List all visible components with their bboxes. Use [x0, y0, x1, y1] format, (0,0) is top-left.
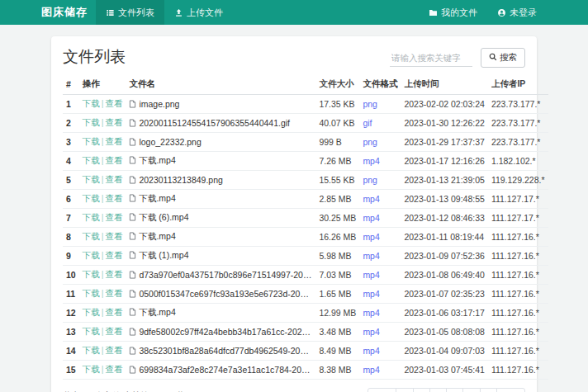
file-icon	[129, 213, 136, 221]
view-link[interactable]: 查看	[105, 345, 122, 355]
file-format-link[interactable]: mp4	[363, 365, 379, 375]
view-link[interactable]: 查看	[105, 250, 122, 260]
download-link[interactable]: 下载	[83, 231, 100, 241]
view-link[interactable]: 查看	[105, 326, 122, 336]
file-format-link[interactable]: mp4	[363, 327, 379, 337]
download-link[interactable]: 下载	[83, 288, 100, 298]
pagination-page-2[interactable]: 2	[429, 388, 447, 392]
view-link[interactable]: 查看	[105, 117, 122, 127]
header-upload-time: 上传时间	[401, 74, 488, 95]
view-link[interactable]: 查看	[105, 364, 122, 374]
action-separator: |	[102, 269, 104, 279]
view-link[interactable]: 查看	[105, 307, 122, 317]
nav-item-login-status[interactable]: 未登录	[487, 0, 547, 25]
upload-time: 2023-01-13 21:39:05	[401, 171, 488, 190]
file-format-link[interactable]: png	[363, 175, 377, 185]
pagination-last[interactable]: 尾页	[496, 388, 525, 392]
download-link[interactable]: 下载	[83, 269, 100, 279]
download-link[interactable]: 下载	[83, 326, 100, 336]
view-link[interactable]: 查看	[105, 174, 122, 184]
file-format-link[interactable]: mp4	[363, 346, 379, 356]
nav-item-file-list[interactable]: 文件列表	[96, 0, 164, 25]
upload-time: 2023-01-03 07:45:41	[401, 361, 488, 380]
search-input[interactable]	[390, 50, 472, 67]
header-actions: 操作	[79, 74, 126, 95]
file-icon	[129, 271, 136, 279]
download-link[interactable]: 下载	[83, 155, 100, 165]
user-icon	[497, 8, 506, 17]
file-format-link[interactable]: png	[363, 137, 377, 147]
file-size: 2.85 MB	[315, 190, 359, 209]
file-icon	[129, 366, 136, 374]
upload-time: 2023-01-13 09:48:55	[401, 190, 488, 209]
view-link[interactable]: 查看	[105, 269, 122, 279]
download-link[interactable]: 下载	[83, 98, 100, 108]
action-separator: |	[102, 307, 104, 317]
download-link[interactable]: 下载	[83, 364, 100, 374]
file-format-link[interactable]: mp4	[363, 156, 379, 166]
view-link[interactable]: 查看	[105, 288, 122, 298]
file-format-link[interactable]: mp4	[363, 308, 379, 318]
page-title: 文件列表	[63, 46, 126, 68]
file-format-link[interactable]: mp4	[363, 270, 379, 280]
file-size: 8.49 MB	[315, 342, 359, 361]
upload-time: 2023-01-17 12:16:26	[401, 152, 488, 171]
pagination-first[interactable]: 首页	[368, 388, 396, 392]
pagination-page-1[interactable]: 1	[413, 388, 430, 392]
download-link[interactable]: 下载	[83, 136, 100, 146]
download-link[interactable]: 下载	[83, 212, 100, 222]
file-format-link[interactable]: mp4	[363, 251, 379, 261]
header-filesize: 文件大小	[315, 74, 359, 95]
uploader-ip: 111.127.16.*	[488, 304, 548, 323]
file-format-link[interactable]: gif	[363, 118, 372, 128]
row-actions: 下载|查看	[79, 342, 126, 361]
view-link[interactable]: 查看	[105, 212, 122, 222]
header-uploader-ip: 上传者IP	[488, 74, 548, 95]
upload-time: 2023-01-29 17:37:37	[401, 133, 488, 152]
view-link[interactable]: 查看	[105, 231, 122, 241]
row-index: 6	[63, 190, 79, 209]
view-link[interactable]: 查看	[105, 193, 122, 203]
pagination-prev[interactable]: «	[396, 388, 413, 392]
view-link[interactable]: 查看	[105, 155, 122, 165]
download-link[interactable]: 下载	[83, 174, 100, 184]
download-link[interactable]: 下载	[83, 307, 100, 317]
file-name: 下载 (6).mp4	[139, 212, 188, 222]
file-format-link[interactable]: mp4	[363, 289, 379, 299]
view-link[interactable]: 查看	[105, 98, 122, 108]
download-link[interactable]: 下载	[83, 250, 100, 260]
file-size: 1.65 MB	[315, 285, 359, 304]
row-index: 7	[63, 209, 79, 228]
download-link[interactable]: 下载	[83, 117, 100, 127]
file-format-link[interactable]: mp4	[363, 194, 379, 204]
row-actions: 下载|查看	[79, 247, 126, 266]
nav-item-my-files[interactable]: 我的文件	[419, 0, 487, 25]
download-link[interactable]: 下载	[83, 345, 100, 355]
file-size: 8.38 MB	[315, 361, 359, 380]
view-link[interactable]: 查看	[105, 136, 122, 146]
file-name: logo_22332.png	[139, 137, 201, 147]
uploader-ip: 111.127.16.*	[488, 342, 548, 361]
row-actions: 下载|查看	[79, 323, 126, 342]
file-icon	[129, 119, 136, 127]
table-row: 12 下载|查看 下载.mp4 12.99 MB mp4 2023-01-06 …	[63, 304, 548, 323]
upload-time: 2023-02-02 02:03:24	[401, 95, 488, 114]
search-button[interactable]: 搜索	[481, 48, 525, 68]
row-index: 10	[63, 266, 79, 285]
file-format-link[interactable]: mp4	[363, 232, 379, 242]
download-link[interactable]: 下载	[83, 193, 100, 203]
pagination-next[interactable]: »	[480, 388, 497, 392]
header-filename: 文件名	[126, 74, 315, 95]
table-row: 4 下载|查看 下载.mp4 7.26 MB mp4 2023-01-17 12…	[63, 152, 548, 171]
file-format-link[interactable]: mp4	[363, 213, 379, 223]
uploader-ip: 111.127.16.*	[488, 361, 548, 380]
brand-title: 图床储存	[41, 0, 88, 25]
action-separator: |	[102, 155, 104, 165]
table-row: 9 下载|查看 下载 (1).mp4 5.98 MB mp4 2023-01-0…	[63, 247, 548, 266]
nav-item-upload-file[interactable]: 上传文件	[164, 0, 233, 25]
pagination-page-3[interactable]: 3	[446, 388, 463, 392]
file-name: 下载 (1).mp4	[139, 250, 188, 260]
pagination-page-4[interactable]: 4	[462, 388, 480, 392]
file-format-link[interactable]: png	[363, 99, 377, 109]
row-actions: 下载|查看	[79, 266, 126, 285]
